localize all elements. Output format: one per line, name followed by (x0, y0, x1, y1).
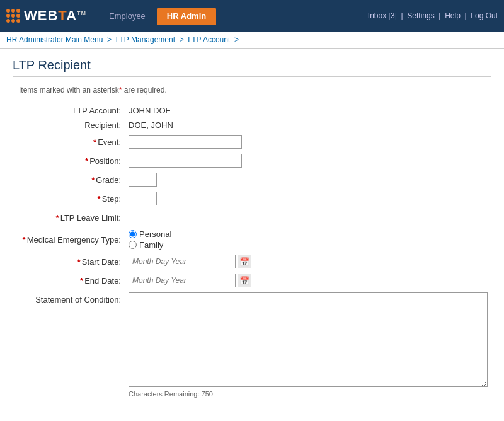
position-input[interactable] (129, 154, 242, 168)
main-content: LTP Recipient Items marked with an aster… (0, 49, 504, 410)
radio-personal-text: Personal (139, 229, 171, 239)
start-date-required-star: * (77, 257, 81, 267)
row-event: *Event: (13, 132, 491, 151)
logo-dots (6, 9, 20, 23)
inbox-link[interactable]: Inbox [3] (368, 11, 397, 20)
logo-text: WEBTATM (24, 8, 86, 24)
start-date-wrapper: 📅 (129, 255, 488, 268)
grade-cell (125, 170, 491, 189)
event-cell (125, 132, 491, 151)
row-ltp-leave-limit: *LTP Leave Limit: (13, 208, 491, 227)
position-required-star: * (85, 156, 88, 166)
ltp-account-value: JOHN DOE (125, 103, 491, 118)
ltp-leave-limit-cell (125, 208, 491, 227)
statement-label: Statement of Condition: (13, 290, 125, 400)
grade-label: *Grade: (13, 170, 125, 189)
row-start-date: *Start Date: 📅 (13, 252, 491, 271)
grade-required-star: * (91, 175, 94, 185)
logout-link[interactable]: Log Out (471, 11, 498, 20)
dot4 (6, 14, 10, 18)
logo-tm: TM (77, 10, 86, 16)
row-medical-emergency-type: *Medical Emergency Type: Personal Family (13, 227, 491, 252)
radio-family-input[interactable] (129, 241, 137, 249)
required-note: Items marked with an asterisk* are requi… (19, 86, 491, 95)
row-position: *Position: (13, 151, 491, 170)
dot9 (16, 19, 20, 23)
end-date-label: *End Date: (13, 271, 125, 290)
settings-link[interactable]: Settings (407, 11, 434, 20)
breadcrumb-ltp-mgmt[interactable]: LTP Management (116, 35, 175, 44)
start-date-input[interactable] (129, 255, 236, 268)
ltp-leave-limit-label: *LTP Leave Limit: (13, 208, 125, 227)
step-cell (125, 189, 491, 208)
breadcrumb-ltp-account[interactable]: LTP Account (188, 35, 230, 44)
recipient-label: Recipient: (13, 118, 125, 132)
ltp-leave-limit-input[interactable] (129, 211, 166, 224)
position-cell (125, 151, 491, 170)
start-date-cell: 📅 (125, 252, 491, 271)
statement-textarea[interactable] (129, 292, 488, 387)
ltp-account-text: JOHN DOE (129, 106, 171, 115)
ltp-leave-limit-required-star: * (56, 213, 59, 222)
step-required-star: * (98, 194, 101, 204)
start-date-label: *Start Date: (13, 252, 125, 271)
row-grade: *Grade: (13, 170, 491, 189)
row-statement: Statement of Condition: Characters Remai… (13, 290, 491, 400)
dot7 (6, 19, 10, 23)
end-date-input[interactable] (129, 274, 236, 287)
logo-area: WEBTATM (6, 8, 86, 24)
position-label: *Position: (13, 151, 125, 170)
medical-emergency-type-label: *Medical Emergency Type: (13, 227, 125, 252)
chars-remaining: Characters Remaining: 750 (129, 390, 488, 398)
statement-cell: Characters Remaining: 750 (125, 290, 491, 400)
recipient-value: DOE, JOHN (125, 118, 491, 132)
radio-group-medical: Personal Family (129, 229, 488, 250)
row-recipient: Recipient: DOE, JOHN (13, 118, 491, 132)
end-date-calendar-button[interactable]: 📅 (238, 274, 251, 287)
page-title: LTP Recipient (13, 58, 491, 77)
header-right: Inbox [3] | Settings | Help | Log Out (368, 11, 498, 20)
step-label: *Step: (13, 189, 125, 208)
event-input[interactable] (129, 135, 242, 149)
dot2 (11, 9, 15, 13)
dot8 (11, 19, 15, 23)
start-date-calendar-button[interactable]: 📅 (238, 255, 251, 268)
dot5 (11, 14, 15, 18)
ltp-account-label: LTP Account: (13, 103, 125, 118)
nav-hr-admin[interactable]: HR Admin (157, 8, 216, 25)
row-end-date: *End Date: 📅 (13, 271, 491, 290)
radio-family-label[interactable]: Family (129, 240, 488, 250)
help-link[interactable]: Help (445, 11, 461, 20)
end-date-cell: 📅 (125, 271, 491, 290)
row-ltp-account: LTP Account: JOHN DOE (13, 103, 491, 118)
row-step: *Step: (13, 189, 491, 208)
step-input[interactable] (129, 192, 157, 205)
event-required-star: * (93, 137, 96, 147)
dot1 (6, 9, 10, 13)
header: WEBTATM Employee HR Admin Inbox [3] | Se… (0, 0, 504, 32)
form-table: LTP Account: JOHN DOE Recipient: DOE, JO… (13, 103, 491, 400)
event-label: *Event: (13, 132, 125, 151)
grade-input[interactable] (129, 173, 157, 187)
radio-family-text: Family (139, 240, 163, 250)
dot3 (16, 9, 20, 13)
asterisk: * (119, 86, 122, 95)
nav-tabs: Employee HR Admin (99, 8, 368, 25)
dot6 (16, 14, 20, 18)
end-date-wrapper: 📅 (129, 274, 488, 287)
end-date-required-star: * (80, 276, 83, 285)
breadcrumb-home[interactable]: HR Administrator Main Menu (6, 35, 103, 44)
breadcrumb: HR Administrator Main Menu > LTP Managem… (0, 32, 504, 49)
recipient-text: DOE, JOHN (129, 120, 173, 130)
nav-employee[interactable]: Employee (99, 8, 156, 25)
medical-required-star: * (23, 235, 26, 245)
medical-emergency-type-cell: Personal Family (125, 227, 491, 252)
radio-personal-label[interactable]: Personal (129, 229, 488, 239)
radio-personal-input[interactable] (129, 230, 137, 238)
